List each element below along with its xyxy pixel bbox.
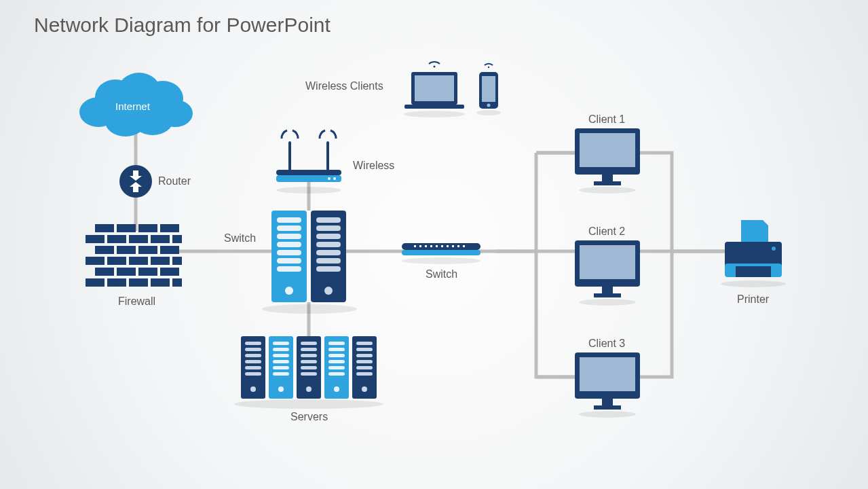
svg-point-82 (324, 287, 333, 295)
svg-rect-85 (245, 342, 261, 345)
svg-rect-122 (356, 372, 373, 376)
svg-rect-128 (419, 245, 421, 247)
label-internet: Internet (115, 101, 150, 112)
svg-rect-78 (316, 242, 341, 247)
firewall-icon (86, 224, 182, 287)
svg-rect-22 (138, 224, 157, 232)
svg-rect-140 (602, 175, 613, 181)
svg-point-59 (476, 110, 501, 115)
svg-rect-57 (404, 105, 464, 109)
network-diagram (0, 0, 868, 489)
svg-point-147 (579, 411, 636, 418)
svg-rect-113 (328, 366, 345, 369)
svg-point-50 (333, 177, 336, 180)
svg-rect-49 (276, 175, 341, 182)
label-wireless-clients: Wireless Clients (305, 80, 383, 92)
svg-rect-34 (107, 257, 126, 265)
svg-rect-38 (95, 268, 114, 276)
svg-rect-80 (316, 258, 341, 264)
printer-icon (721, 220, 786, 287)
svg-point-99 (278, 386, 284, 392)
svg-rect-66 (277, 217, 301, 223)
svg-rect-89 (245, 366, 261, 369)
svg-point-58 (434, 66, 436, 68)
svg-rect-88 (245, 360, 261, 363)
label-switch-right: Switch (426, 268, 457, 280)
svg-point-63 (488, 67, 489, 68)
svg-rect-103 (301, 354, 317, 357)
svg-rect-149 (580, 357, 635, 391)
svg-rect-98 (273, 372, 289, 376)
svg-rect-77 (316, 234, 341, 239)
svg-rect-21 (117, 224, 136, 232)
svg-rect-102 (301, 348, 317, 351)
svg-rect-33 (86, 257, 105, 265)
svg-rect-117 (356, 342, 373, 345)
label-switch-left: Switch (224, 232, 256, 244)
svg-point-51 (328, 177, 331, 180)
svg-rect-146 (594, 293, 621, 297)
label-client1: Client 1 (588, 113, 625, 126)
svg-rect-46 (172, 278, 182, 287)
svg-rect-42 (86, 278, 105, 287)
router-icon (119, 165, 152, 198)
svg-rect-28 (172, 235, 182, 243)
svg-rect-45 (151, 278, 170, 287)
svg-rect-95 (273, 354, 289, 357)
svg-rect-72 (277, 266, 301, 272)
svg-rect-96 (273, 360, 289, 363)
label-wireless: Wireless (353, 160, 394, 172)
svg-rect-81 (316, 266, 341, 272)
client2-monitor-icon (575, 240, 640, 306)
svg-rect-30 (117, 246, 136, 254)
svg-rect-86 (245, 348, 261, 351)
svg-rect-61 (482, 76, 495, 102)
svg-point-17 (119, 165, 152, 198)
svg-rect-134 (452, 245, 454, 247)
svg-rect-48 (276, 170, 341, 175)
svg-rect-68 (277, 234, 301, 239)
svg-point-107 (306, 386, 312, 392)
svg-rect-39 (117, 268, 136, 276)
svg-rect-127 (414, 245, 416, 247)
svg-rect-20 (95, 224, 114, 232)
svg-rect-29 (95, 246, 114, 254)
svg-rect-97 (273, 366, 289, 369)
svg-rect-136 (463, 245, 465, 247)
svg-rect-101 (301, 342, 317, 345)
svg-rect-44 (129, 278, 148, 287)
svg-rect-133 (447, 245, 449, 247)
client1-monitor-icon (575, 128, 640, 194)
svg-rect-27 (151, 235, 170, 243)
svg-rect-41 (160, 268, 179, 276)
svg-rect-104 (301, 360, 317, 363)
svg-rect-156 (736, 266, 771, 277)
svg-rect-35 (129, 257, 148, 265)
laptop-icon (404, 62, 465, 117)
switch-icon (402, 243, 480, 264)
svg-rect-106 (301, 372, 317, 376)
svg-rect-150 (602, 399, 613, 405)
svg-rect-32 (160, 246, 179, 254)
label-client2: Client 2 (588, 225, 625, 238)
svg-rect-111 (328, 354, 345, 357)
svg-rect-25 (107, 235, 126, 243)
svg-rect-135 (457, 245, 459, 247)
label-printer: Printer (737, 293, 769, 306)
svg-rect-144 (580, 245, 635, 279)
svg-rect-94 (273, 348, 289, 351)
svg-rect-119 (356, 354, 373, 357)
svg-rect-76 (316, 225, 341, 231)
svg-rect-31 (138, 246, 157, 254)
svg-rect-145 (602, 287, 613, 293)
svg-rect-118 (356, 348, 373, 351)
svg-point-54 (404, 111, 465, 117)
svg-rect-75 (316, 217, 341, 223)
svg-rect-40 (138, 268, 157, 276)
label-router: Router (158, 175, 191, 187)
label-firewall: Firewall (118, 295, 155, 308)
svg-rect-71 (277, 258, 301, 264)
svg-point-62 (487, 104, 491, 107)
svg-rect-36 (151, 257, 170, 265)
svg-rect-79 (316, 250, 341, 255)
